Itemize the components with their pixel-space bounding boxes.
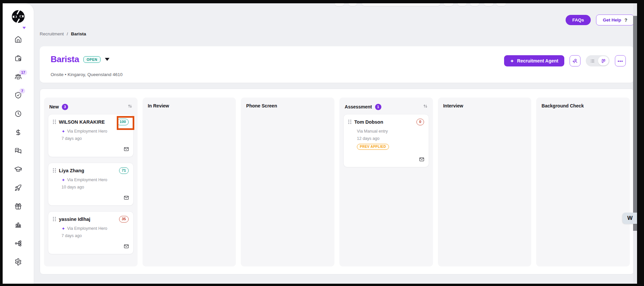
list-view-icon xyxy=(589,58,595,64)
drag-handle-icon[interactable] xyxy=(348,120,351,124)
column-new: New 3 WILSON KARAKIRE 100 ✦ Via xyxy=(44,98,138,266)
job-location: Onsite • Kingaroy, Queensland 4610 xyxy=(51,72,123,77)
column-interview: Interview xyxy=(438,98,532,266)
get-help-button[interactable]: Get Help ? xyxy=(596,15,634,25)
sidebar-nav: 17 7 xyxy=(3,36,34,266)
candidate-card-wilson-karakire[interactable]: WILSON KARAKIRE 100 ✦ Via Employment Her… xyxy=(48,114,134,157)
candidate-score-badge: 100 xyxy=(117,119,128,125)
dollar-icon xyxy=(14,128,22,136)
candidate-card-liya-zhang[interactable]: Liya Zhang 71 ✦ Via Employment Hero 10 d… xyxy=(48,163,134,206)
candidate-name: yassine Idlhaj xyxy=(59,217,116,222)
w-extension-tab[interactable]: W xyxy=(623,213,637,224)
view-toggle xyxy=(586,55,610,66)
browser-chrome-fragment xyxy=(444,3,453,6)
sidebar-item-home[interactable] xyxy=(14,36,22,44)
email-icon[interactable] xyxy=(419,156,425,164)
sidebar-item-payroll[interactable] xyxy=(14,128,22,136)
recruitment-agent-button[interactable]: ✦ Recruitment Agent xyxy=(504,55,564,66)
sidebar-item-learning[interactable] xyxy=(14,165,22,173)
people-count-badge: 17 xyxy=(19,70,27,75)
app-screen: 17 7 xyxy=(3,3,637,284)
browser-chrome-fragment xyxy=(335,3,344,6)
drag-handle-icon[interactable] xyxy=(53,120,56,124)
browser-chrome-fragment xyxy=(458,3,466,6)
candidate-score-badge: 71 xyxy=(119,167,129,174)
column-count-badge: 1 xyxy=(375,104,381,110)
chat-icon xyxy=(14,147,22,155)
clock-icon xyxy=(14,110,22,118)
job-header-card: Barista OPEN Onsite • Kingaroy, Queensla… xyxy=(40,46,634,83)
sidebar-item-timesheets[interactable] xyxy=(14,110,22,118)
add-candidate-button[interactable] xyxy=(570,55,580,66)
more-options-button[interactable]: ••• xyxy=(615,55,626,66)
ellipsis-icon: ••• xyxy=(618,59,623,63)
breadcrumb-recruitment[interactable]: Recruitment xyxy=(40,31,64,36)
settings-gear-icon xyxy=(14,258,22,266)
scrollbar-thumb[interactable] xyxy=(633,16,637,231)
employment-hero-logo[interactable] xyxy=(3,9,34,24)
sidebar-item-settings[interactable] xyxy=(14,258,22,266)
graduation-cap-icon xyxy=(14,165,22,173)
sidebar-item-jobs[interactable] xyxy=(14,54,22,62)
column-title: Background Check xyxy=(541,103,584,108)
home-icon xyxy=(14,36,22,44)
rocket-icon xyxy=(14,184,22,192)
sparkle-icon: ✦ xyxy=(62,129,65,134)
bar-chart-icon xyxy=(14,221,22,229)
column-background-check: Background Check xyxy=(536,98,630,266)
column-title: In Review xyxy=(148,103,169,108)
status-dropdown-caret-icon[interactable] xyxy=(105,58,109,61)
column-in-review: In Review xyxy=(143,98,236,266)
column-title: Interview xyxy=(443,103,463,108)
email-icon[interactable] xyxy=(123,195,129,202)
sort-icon[interactable] xyxy=(422,103,428,110)
column-title: Assessment xyxy=(345,104,372,109)
candidate-card-tom-dobson[interactable]: Tom Dobson 0 Via Manual entry 12 days ag… xyxy=(343,114,429,167)
list-view-toggle[interactable] xyxy=(587,56,597,65)
breadcrumb-current: Barista xyxy=(71,31,86,36)
screenshot-frame: 17 7 xyxy=(0,0,644,286)
sidebar-item-careers[interactable] xyxy=(14,184,22,192)
candidate-time: 12 days ago xyxy=(357,136,424,141)
recruitment-agent-label: Recruitment Agent xyxy=(517,58,558,63)
drag-handle-icon[interactable] xyxy=(53,168,56,173)
prev-applied-tag: PREV APPLIED xyxy=(357,144,389,150)
candidate-score-badge: 0 xyxy=(416,119,424,125)
sidebar-item-benefits[interactable] xyxy=(14,202,22,210)
sidebar: 17 7 xyxy=(3,3,34,284)
sidebar-item-org-chart[interactable] xyxy=(14,239,22,247)
briefcase-search-icon xyxy=(14,54,22,62)
faqs-button[interactable]: FAQs xyxy=(566,15,591,25)
page-title: Barista xyxy=(51,54,79,64)
column-assessment: Assessment 1 Tom Dobson 0 Via Manual ent… xyxy=(339,98,433,266)
column-title: New xyxy=(49,104,59,109)
sidebar-item-approvals[interactable]: 7 xyxy=(14,91,22,99)
drag-handle-icon[interactable] xyxy=(53,217,56,222)
gift-icon xyxy=(14,202,22,210)
kanban-view-icon xyxy=(601,58,606,64)
sidebar-item-messages[interactable] xyxy=(14,147,22,155)
candidate-source: Via Manual entry xyxy=(357,129,388,134)
email-icon[interactable] xyxy=(123,243,129,251)
sidebar-item-reports[interactable] xyxy=(14,221,22,229)
column-count-badge: 3 xyxy=(62,104,68,110)
candidate-name: Tom Dobson xyxy=(354,119,413,125)
kanban-board: New 3 WILSON KARAKIRE 100 ✦ Via xyxy=(40,89,634,274)
get-help-label: Get Help xyxy=(603,18,621,22)
logo-dropdown-caret-icon xyxy=(22,27,26,29)
sparkle-icon: ✦ xyxy=(510,59,514,63)
browser-chrome-fragment xyxy=(470,3,479,6)
sort-icon[interactable] xyxy=(127,103,133,110)
browser-chrome-fragment xyxy=(496,3,506,6)
sidebar-item-people[interactable]: 17 xyxy=(14,73,22,81)
user-plus-icon xyxy=(572,58,578,64)
candidate-source: Via Employment Hero xyxy=(67,178,107,182)
kanban-view-toggle[interactable] xyxy=(598,56,609,65)
candidate-source: Via Employment Hero xyxy=(67,226,107,231)
candidate-time: 7 days ago xyxy=(62,233,129,238)
job-status-badge: OPEN xyxy=(83,56,101,63)
candidate-score-badge: 35 xyxy=(119,216,129,223)
column-phone-screen: Phone Screen xyxy=(241,98,334,266)
candidate-card-yassine-idlhaj[interactable]: yassine Idlhaj 35 ✦ Via Employment Hero … xyxy=(48,211,134,254)
email-icon[interactable] xyxy=(123,146,129,153)
